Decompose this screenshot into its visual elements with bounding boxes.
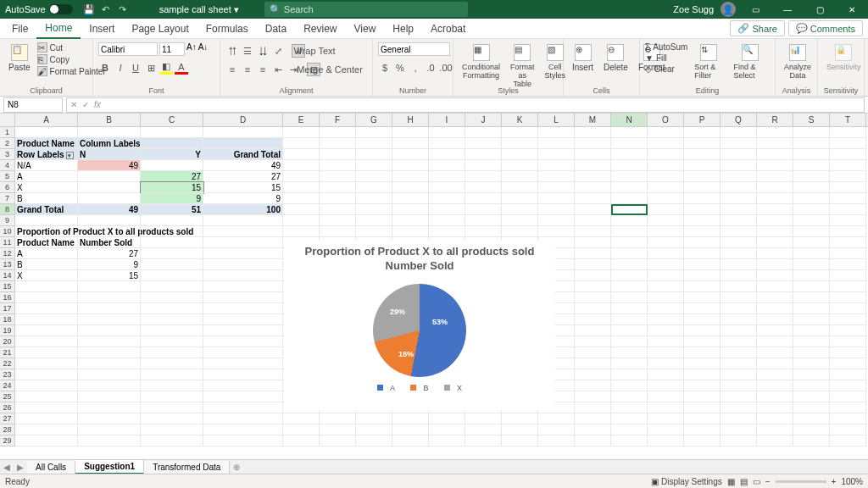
cell-D11[interactable] — [203, 237, 283, 248]
cell-Q3[interactable] — [721, 149, 757, 160]
cell-B15[interactable] — [78, 281, 141, 292]
menu-acrobat[interactable]: Acrobat — [422, 19, 474, 38]
cell-Q22[interactable] — [721, 358, 757, 369]
cell-R2[interactable] — [757, 138, 793, 149]
cell-M27[interactable] — [575, 413, 611, 424]
cell-N11[interactable] — [611, 237, 648, 248]
comments-button[interactable]: 💬 Comments — [788, 20, 863, 36]
sort-filter-button[interactable]: ⇅Sort & Filter — [691, 42, 726, 81]
cell-R1[interactable] — [757, 127, 793, 138]
col-N[interactable]: N — [611, 114, 648, 126]
cell-C4[interactable] — [141, 160, 203, 171]
cell-L7[interactable] — [538, 193, 575, 204]
cell-H8[interactable] — [392, 204, 429, 215]
cell-Q25[interactable] — [721, 391, 757, 402]
cell-F2[interactable] — [320, 138, 356, 149]
row-9[interactable]: 9 — [0, 215, 15, 226]
row-17[interactable]: 17 — [0, 303, 15, 314]
cell-A13[interactable]: B — [15, 259, 78, 270]
cell-I3[interactable] — [429, 149, 465, 160]
cell-D7[interactable]: 9 — [203, 193, 283, 204]
row-22[interactable]: 22 — [0, 358, 15, 369]
cell-F27[interactable] — [320, 413, 356, 424]
cell-H2[interactable] — [392, 138, 429, 149]
cell-E1[interactable] — [283, 127, 320, 138]
cell-R15[interactable] — [757, 281, 793, 292]
cell-R5[interactable] — [757, 171, 793, 182]
cell-A20[interactable] — [15, 336, 78, 347]
cell-B7[interactable] — [78, 193, 141, 204]
cell-I9[interactable] — [429, 215, 465, 226]
cell-K3[interactable] — [502, 149, 538, 160]
formula-bar[interactable]: ✕✓fx — [66, 97, 865, 113]
cell-O10[interactable] — [648, 226, 684, 237]
cell-N15[interactable] — [611, 281, 648, 292]
cell-B28[interactable] — [78, 424, 141, 435]
col-T[interactable]: T — [830, 114, 866, 126]
clear-button[interactable]: ◇Clear — [645, 64, 687, 74]
cell-A7[interactable]: B — [15, 193, 78, 204]
row-12[interactable]: 12 — [0, 248, 15, 259]
cell-T29[interactable] — [830, 435, 866, 446]
cell-M26[interactable] — [575, 402, 611, 413]
cell-N6[interactable] — [611, 182, 648, 193]
cell-Q27[interactable] — [721, 413, 757, 424]
bold-button[interactable]: B — [98, 61, 112, 75]
cell-E29[interactable] — [283, 435, 320, 446]
cell-J7[interactable] — [465, 193, 502, 204]
cell-N22[interactable] — [611, 358, 648, 369]
cell-I27[interactable] — [429, 413, 465, 424]
col-O[interactable]: O — [648, 114, 684, 126]
cell-J9[interactable] — [465, 215, 502, 226]
cell-L10[interactable] — [538, 226, 575, 237]
cell-C3[interactable]: Y — [141, 149, 203, 160]
cell-O6[interactable] — [648, 182, 684, 193]
cell-Q6[interactable] — [721, 182, 757, 193]
row-29[interactable]: 29 — [0, 435, 15, 446]
row-1[interactable]: 1 — [0, 127, 15, 138]
cell-R29[interactable] — [757, 435, 793, 446]
cell-J4[interactable] — [465, 160, 502, 171]
cell-M16[interactable] — [575, 292, 611, 303]
border-button[interactable]: ⊞ — [144, 61, 158, 75]
cell-B26[interactable] — [78, 402, 141, 413]
col-I[interactable]: I — [429, 114, 465, 126]
cell-F28[interactable] — [320, 424, 356, 435]
conditional-formatting-button[interactable]: ▦Conditional Formatting — [459, 42, 504, 81]
cell-K5[interactable] — [502, 171, 538, 182]
col-D[interactable]: D — [203, 114, 283, 126]
format-as-table-button[interactable]: ▤Format as Table — [507, 42, 538, 90]
tab-nav-next[interactable]: ▶ — [14, 463, 27, 472]
cell-S14[interactable] — [793, 270, 830, 281]
menu-data[interactable]: Data — [257, 19, 295, 38]
cell-B24[interactable] — [78, 380, 141, 391]
cell-B10[interactable] — [78, 226, 141, 237]
cell-T24[interactable] — [830, 380, 866, 391]
cell-P26[interactable] — [684, 402, 721, 413]
cell-B17[interactable] — [78, 303, 141, 314]
currency-icon[interactable]: $ — [378, 61, 392, 75]
cell-A17[interactable] — [15, 303, 78, 314]
cell-D3[interactable]: Grand Total — [203, 149, 283, 160]
cell-B14[interactable]: 15 — [78, 270, 141, 281]
cell-B6[interactable] — [78, 182, 141, 193]
cell-B11[interactable]: Number Sold — [78, 237, 141, 248]
cell-M18[interactable] — [575, 314, 611, 325]
cell-N27[interactable] — [611, 413, 648, 424]
menu-help[interactable]: Help — [384, 19, 422, 38]
cell-G3[interactable] — [356, 149, 392, 160]
cell-F5[interactable] — [320, 171, 356, 182]
cell-C16[interactable] — [141, 292, 203, 303]
cell-S5[interactable] — [793, 171, 830, 182]
cell-F8[interactable] — [320, 204, 356, 215]
cell-J1[interactable] — [465, 127, 502, 138]
cell-A25[interactable] — [15, 391, 78, 402]
cell-R18[interactable] — [757, 314, 793, 325]
row-8[interactable]: 8 — [0, 204, 15, 215]
cell-I2[interactable] — [429, 138, 465, 149]
col-E[interactable]: E — [283, 114, 320, 126]
cell-T14[interactable] — [830, 270, 866, 281]
cell-C5[interactable]: 27 — [141, 171, 203, 182]
cell-D10[interactable] — [203, 226, 283, 237]
menu-file[interactable]: File — [3, 19, 36, 38]
